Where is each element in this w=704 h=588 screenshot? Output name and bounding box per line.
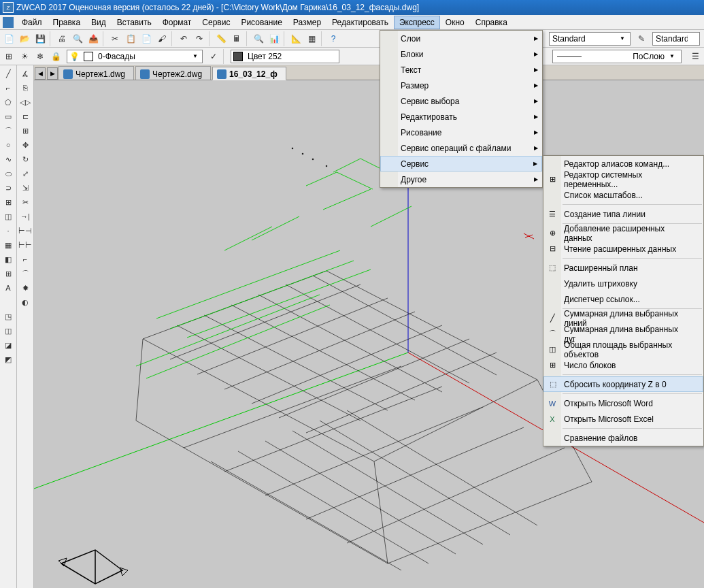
mirror-tool[interactable]: ◁▷ [18, 95, 32, 109]
help-button[interactable]: ? [326, 31, 341, 46]
dimstyle-combo[interactable] [652, 32, 700, 46]
sub-add-xdata[interactable]: ⊕Добавление расширенных данных [543, 225, 703, 241]
layer-freeze-button[interactable]: 🔒 [48, 49, 63, 64]
sub-ext-plan[interactable]: ⬚Расширенный план [543, 260, 703, 276]
express-blocks[interactable]: Блоки [380, 46, 542, 62]
layer-combo[interactable]: 💡 ▼ [67, 50, 203, 63]
scale-tool[interactable]: ⤢ [18, 167, 32, 180]
express-selection[interactable]: Сервис выбора [380, 93, 542, 109]
textstyle-apply-icon[interactable]: ✎ [634, 31, 649, 46]
hatch-tool[interactable]: ▦ [1, 238, 15, 252]
calc-button[interactable]: 🖩 [229, 31, 244, 46]
sub-create-linetype[interactable]: ☰Создание типа линии [543, 206, 703, 222]
linetype-input[interactable] [586, 50, 667, 63]
layer-states-button[interactable]: ☀ [17, 49, 32, 64]
copy-layer-tool[interactable]: ◳ [1, 310, 15, 323]
layer3-tool[interactable]: ◪ [1, 338, 15, 352]
textstyle-input[interactable] [550, 33, 618, 45]
layer-props-button[interactable]: ⊞ [1, 49, 16, 64]
color-input[interactable] [245, 50, 326, 63]
offset-tool[interactable]: ⊏ [18, 110, 32, 123]
express-fileops[interactable]: Сервис операций с файлами [380, 140, 542, 156]
sub-sysvar-editor[interactable]: ⊞Редактор системных переменных... [543, 172, 703, 187]
render-tool[interactable]: ◐ [18, 295, 32, 309]
extend-tool[interactable]: →| [18, 210, 32, 223]
tab-next[interactable]: ▶ [47, 67, 58, 80]
block-tool[interactable]: ◫ [1, 210, 15, 223]
undo-button[interactable]: ↶ [176, 31, 191, 46]
menu-modify[interactable]: Редактировать [326, 16, 394, 29]
line-tool[interactable]: ╱ [1, 67, 15, 80]
express-dimension[interactable]: Размер [380, 78, 542, 93]
tool-palettes-button[interactable]: ▦ [304, 31, 319, 46]
express-text[interactable]: Текст [380, 62, 542, 78]
chamfer-tool[interactable]: ⌐ [18, 252, 32, 266]
fillet-tool[interactable]: ⌒ [18, 267, 32, 280]
sub-open-word[interactable]: WОткрыть Microsoft Word [543, 395, 703, 411]
color-combo[interactable] [231, 50, 339, 63]
earc-tool[interactable]: ⊃ [1, 181, 15, 195]
sub-scale-list[interactable]: Список масштабов... [543, 187, 703, 203]
sub-reset-z[interactable]: ⬚Сбросить координату Z в 0 [543, 376, 703, 392]
layer-name-input[interactable] [95, 50, 190, 63]
new-button[interactable]: 📄 [1, 31, 16, 46]
stretch-tool[interactable]: ⇲ [18, 181, 32, 195]
linetype-combo[interactable]: ——— ▼ [552, 50, 682, 63]
properties-button[interactable]: 📊 [267, 31, 282, 46]
matchprop-button[interactable]: 🖌 [154, 31, 169, 46]
menu-draw[interactable]: Рисование [235, 16, 287, 29]
preview-button[interactable]: 🔍 [70, 31, 85, 46]
paste-button[interactable]: 📄 [139, 31, 154, 46]
insert-tool[interactable]: ⊞ [1, 195, 15, 209]
express-layers[interactable]: Слои [380, 31, 542, 46]
textstyle-combo[interactable]: ▼ [549, 32, 631, 46]
express-other[interactable]: Другое [380, 172, 542, 187]
sub-del-hatch[interactable]: Удалить штриховку [543, 276, 703, 291]
arc-tool[interactable]: ⌒ [1, 124, 15, 137]
sub-block-count[interactable]: ⊞Число блоков [543, 357, 703, 373]
copy2-tool[interactable]: ⎘ [18, 81, 32, 95]
sub-link-manager[interactable]: Диспетчер ссылок... [543, 291, 703, 307]
explode-tool[interactable]: ✸ [18, 281, 32, 295]
layer-iso-button[interactable]: ❄ [33, 49, 48, 64]
menu-tools[interactable]: Сервис [197, 16, 235, 29]
sub-total-area[interactable]: ◫Общая площадь выбранных объектов [543, 342, 703, 357]
menu-insert[interactable]: Вставить [112, 16, 157, 29]
ellipse-tool[interactable]: ⬭ [1, 167, 15, 180]
move-tool[interactable]: ✥ [18, 138, 32, 152]
print-button[interactable]: 🖨 [54, 31, 69, 46]
express-modify[interactable]: Редактировать [380, 109, 542, 125]
menu-dimension[interactable]: Размер [288, 16, 326, 29]
menu-format[interactable]: Формат [157, 16, 197, 29]
text-tool[interactable]: A [1, 281, 15, 295]
tab-drawing1[interactable]: Чертеж1.dwg [58, 66, 134, 80]
lineweight-icon[interactable]: ☰ [688, 49, 703, 64]
polygon-tool[interactable]: ⬠ [1, 95, 15, 109]
redo-button[interactable]: ↷ [192, 31, 207, 46]
pline-tool[interactable]: ⌐ [1, 81, 15, 95]
point-tool[interactable]: · [1, 224, 15, 238]
menu-help[interactable]: Справка [470, 16, 513, 29]
sub-read-xdata[interactable]: ⊟Чтение расширенных данных [543, 241, 703, 257]
erase-tool[interactable]: ∡ [18, 67, 32, 80]
layer-make-current-button[interactable]: ✓ [206, 49, 221, 64]
cut-button[interactable]: ✂ [107, 31, 122, 46]
sub-open-excel[interactable]: XОткрыть Microsoft Excel [543, 411, 703, 427]
rect-tool[interactable]: ▭ [1, 110, 15, 123]
menu-express[interactable]: Экспресс [394, 16, 440, 29]
array-tool[interactable]: ⊞ [18, 124, 32, 137]
layer4-tool[interactable]: ◩ [1, 353, 15, 366]
menu-file[interactable]: Файл [16, 16, 48, 29]
sub-compare-files[interactable]: Сравнение файлов [543, 430, 703, 446]
break-tool[interactable]: ⊢⊣ [18, 224, 32, 238]
copy-button[interactable]: 📋 [123, 31, 138, 46]
publish-button[interactable]: 📤 [86, 31, 101, 46]
tab-prev[interactable]: ◀ [35, 67, 46, 80]
layer2-tool[interactable]: ◫ [1, 324, 15, 338]
tab-drawing2[interactable]: Чертеж2.dwg [135, 66, 211, 80]
table-tool[interactable]: ⊞ [1, 267, 15, 280]
menu-view[interactable]: Вид [86, 16, 112, 29]
express-tools[interactable]: Сервис [380, 156, 542, 172]
spline-tool[interactable]: ∿ [1, 152, 15, 166]
zoom-button[interactable]: 🔍 [251, 31, 266, 46]
